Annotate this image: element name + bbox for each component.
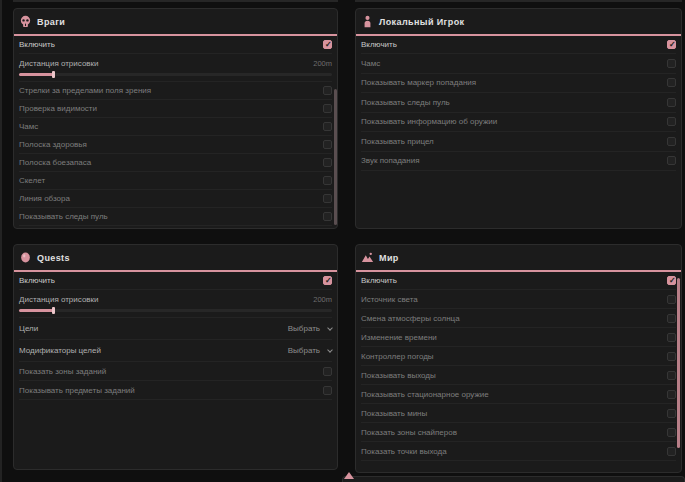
checkbox[interactable] xyxy=(667,59,676,68)
setting-label: Линия обзора xyxy=(19,194,70,203)
row-light-source[interactable]: Источник света xyxy=(361,290,676,309)
setting-label: Включить xyxy=(361,40,397,49)
panel-quests: Quests Включить Дистанция отрисовки 200m… xyxy=(13,244,338,470)
row-hit-sound[interactable]: Звук попадания xyxy=(361,152,676,172)
setting-label: Скелет xyxy=(19,176,45,185)
row-render-distance: Дистанция отрисовки 200m xyxy=(19,54,332,82)
checkbox[interactable] xyxy=(323,40,332,49)
row-crosshair[interactable]: Показывать прицел xyxy=(361,132,676,152)
row-weather-controller[interactable]: Контроллер погоды xyxy=(361,347,676,366)
setting-label: Показывать следы пуль xyxy=(19,212,108,221)
slider-value: 200m xyxy=(313,59,332,68)
checkbox[interactable] xyxy=(323,367,332,376)
setting-label: Включить xyxy=(19,40,55,49)
row-exit-points[interactable]: Показать точки выхода xyxy=(361,442,676,461)
setting-label: Контроллер погоды xyxy=(361,352,434,361)
checkbox[interactable] xyxy=(667,117,676,126)
scrollbar[interactable] xyxy=(677,278,680,448)
checkbox[interactable] xyxy=(667,78,676,87)
checkbox[interactable] xyxy=(667,276,676,285)
slider-value: 200m xyxy=(313,295,332,304)
setting-label: Полоска здоровья xyxy=(19,140,87,149)
checkbox[interactable] xyxy=(667,333,676,342)
objectives-select[interactable]: Выбрать xyxy=(288,324,332,333)
checkbox[interactable] xyxy=(667,40,676,49)
row-quest-zones[interactable]: Показать зоны заданий xyxy=(19,362,332,381)
setting-label: Чамс xyxy=(361,59,380,68)
distance-slider[interactable] xyxy=(19,309,332,312)
setting-label: Дистанция отрисовки xyxy=(19,295,99,304)
panel-local-player-header: Локальный Игрок xyxy=(356,9,681,36)
row-offscreen-arrows[interactable]: Стрелки за пределами поля зрения xyxy=(19,82,332,100)
checkbox[interactable] xyxy=(667,371,676,380)
checkbox[interactable] xyxy=(667,314,676,323)
checkbox[interactable] xyxy=(323,386,332,395)
row-hit-marker[interactable]: Показывать маркер попадания xyxy=(361,74,676,94)
panel-title: Локальный Игрок xyxy=(379,17,464,27)
row-health-bar[interactable]: Полоска здоровья xyxy=(19,136,332,154)
checkbox[interactable] xyxy=(667,295,676,304)
row-enable[interactable]: Включить xyxy=(19,36,332,54)
checkbox[interactable] xyxy=(323,86,332,95)
checkbox[interactable] xyxy=(667,137,676,146)
triangle-icon xyxy=(344,472,354,479)
slider-handle[interactable] xyxy=(52,307,55,314)
setting-label: Включить xyxy=(361,276,397,285)
row-enable[interactable]: Включить xyxy=(361,36,676,54)
skull-icon xyxy=(19,15,32,28)
row-time-change[interactable]: Изменение времени xyxy=(361,328,676,347)
slider-handle[interactable] xyxy=(52,71,55,78)
setting-label: Показывать стационарное оружие xyxy=(361,390,489,399)
setting-label: Изменение времени xyxy=(361,333,437,342)
row-objectives: Цели Выбрать xyxy=(19,318,332,340)
checkbox[interactable] xyxy=(323,122,332,131)
setting-label: Источник света xyxy=(361,295,418,304)
row-objective-modifiers: Модификаторы целей Выбрать xyxy=(19,340,332,362)
checkbox[interactable] xyxy=(667,352,676,361)
row-mines[interactable]: Показывать мины xyxy=(361,404,676,423)
checkbox[interactable] xyxy=(323,176,332,185)
row-chams[interactable]: Чамс xyxy=(19,118,332,136)
row-line-of-sight[interactable]: Линия обзора xyxy=(19,190,332,208)
row-bullet-trails[interactable]: Показывать следы пуль xyxy=(361,93,676,113)
row-skeleton[interactable]: Скелет xyxy=(19,172,332,190)
row-enable[interactable]: Включить xyxy=(19,272,332,290)
row-weapon-info[interactable]: Показывать информацию об оружии xyxy=(361,113,676,133)
row-render-distance: Дистанция отрисовки 200m xyxy=(19,290,332,318)
checkbox[interactable] xyxy=(323,276,332,285)
panel-title: Quests xyxy=(37,253,70,263)
checkbox[interactable] xyxy=(323,158,332,167)
objective-modifiers-select[interactable]: Выбрать xyxy=(288,346,332,355)
offscreen-panel-edge-left xyxy=(0,0,2,482)
setting-label: Цели xyxy=(19,324,38,333)
panel-quests-header: Quests xyxy=(14,245,337,272)
row-sun-atmosphere[interactable]: Смена атмосферы солнца xyxy=(361,309,676,328)
checkbox[interactable] xyxy=(667,428,676,437)
quest-orb-icon xyxy=(19,251,32,264)
setting-label: Включить xyxy=(19,276,55,285)
checkbox[interactable] xyxy=(323,212,332,221)
distance-slider[interactable] xyxy=(19,73,332,76)
checkbox[interactable] xyxy=(667,390,676,399)
checkbox[interactable] xyxy=(667,98,676,107)
row-exits[interactable]: Показывать выходы xyxy=(361,366,676,385)
scrollbar[interactable] xyxy=(334,89,337,225)
panel-world-header: Мир xyxy=(356,245,681,272)
checkbox[interactable] xyxy=(667,156,676,165)
row-ammo-bar[interactable]: Полоска боезапаса xyxy=(19,154,332,172)
checkbox[interactable] xyxy=(667,447,676,456)
row-enable[interactable]: Включить xyxy=(361,272,676,290)
panel-world: Мир Включить Источник света Смена атмосф… xyxy=(355,244,682,473)
row-bullet-trails[interactable]: Показывать следы пуль xyxy=(19,208,332,226)
setting-label: Показать зоны заданий xyxy=(19,367,106,376)
checkbox[interactable] xyxy=(323,194,332,203)
checkbox[interactable] xyxy=(667,409,676,418)
row-sniper-zones[interactable]: Показать зоны снайперов xyxy=(361,423,676,442)
row-stationary-weapons[interactable]: Показывать стационарное оружие xyxy=(361,385,676,404)
checkbox[interactable] xyxy=(323,104,332,113)
setting-label: Показывать маркер попадания xyxy=(361,78,476,87)
row-visibility-check[interactable]: Проверка видимости xyxy=(19,100,332,118)
checkbox[interactable] xyxy=(323,140,332,149)
row-chams[interactable]: Чамс xyxy=(361,54,676,74)
row-quest-items[interactable]: Показывать предметы заданий xyxy=(19,381,332,400)
